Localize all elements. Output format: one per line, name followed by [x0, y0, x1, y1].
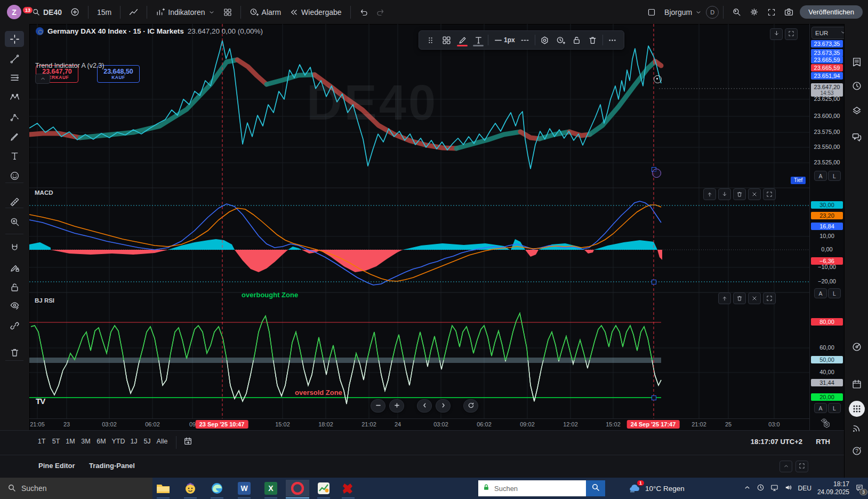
zoom-in-button[interactable]	[389, 399, 404, 413]
move-pane-up-button[interactable]	[703, 188, 716, 200]
taskbar-app-edge[interactable]	[205, 480, 229, 497]
indicator-templates-button[interactable]	[219, 4, 236, 21]
sidebar-help-icon[interactable]: ?	[849, 443, 865, 459]
settings-button[interactable]	[745, 4, 763, 21]
tool-pencillock[interactable]	[5, 259, 24, 275]
auto-scale-button-macd[interactable]: A	[814, 288, 827, 298]
zoom-out-button[interactable]	[371, 399, 385, 413]
taskbar-clock[interactable]: 18:17 24.09.2025	[817, 480, 849, 496]
tool-forecast[interactable]	[5, 109, 24, 125]
range-alle[interactable]: Alle	[157, 438, 168, 445]
maximize-pane-button[interactable]	[763, 292, 776, 304]
collapse-legend-button[interactable]	[35, 74, 50, 84]
chart-area[interactable]: DE40 Germany DAX 40 Index · 15 · IC Mark…	[29, 24, 809, 418]
tool-lockopen[interactable]	[5, 279, 24, 295]
tool-magnet[interactable]	[5, 240, 24, 256]
macd-pane-label[interactable]: MACD	[35, 189, 53, 196]
magic-ai-icon[interactable]	[652, 169, 661, 178]
line-style-icon[interactable]	[517, 33, 533, 47]
close-pane-button[interactable]	[748, 188, 761, 200]
axis-settings-icon[interactable]	[823, 421, 831, 430]
indicator-legend[interactable]: Trend Indicator A (v2.3)	[35, 62, 104, 69]
taskbar-app-chart-app[interactable]	[312, 480, 335, 497]
taskbar-search-box[interactable]: Suchen	[0, 478, 152, 499]
range-1t[interactable]: 1T	[38, 438, 46, 445]
quick-search-button[interactable]	[728, 4, 745, 21]
auto-scale-button-rsi[interactable]: A	[814, 403, 827, 413]
range-3m[interactable]: 3M	[81, 438, 90, 445]
tab-trading-panel[interactable]: Trading-Panel	[89, 462, 135, 470]
range-6m[interactable]: 6M	[97, 438, 106, 445]
log-scale-button-main[interactable]: L	[828, 171, 841, 181]
layout-name-button[interactable]: Bjorgum	[660, 4, 706, 21]
expand-panel-button[interactable]	[779, 461, 792, 472]
draw-pencil-icon[interactable]	[454, 33, 470, 47]
tool-pattern[interactable]	[5, 89, 24, 105]
account-avatar[interactable]: Z 13	[7, 5, 21, 19]
tool-link[interactable]	[5, 318, 24, 334]
line-width-icon[interactable]	[490, 33, 506, 47]
close-pane-button[interactable]	[748, 292, 761, 304]
range-5t[interactable]: 5T	[52, 438, 60, 445]
taskbar-weather[interactable]: 1 10°C Regen	[628, 478, 685, 499]
sidebar-clock-icon[interactable]	[849, 78, 865, 94]
drag-handle[interactable]	[422, 33, 438, 47]
taskbar-app-excel[interactable]: X	[259, 480, 283, 497]
sidebar-watchlist-icon[interactable]	[849, 54, 865, 70]
secondary-search-bar[interactable]: Suchen	[478, 480, 605, 496]
style-settings-icon[interactable]	[537, 33, 553, 47]
text-tool-icon[interactable]	[470, 33, 486, 47]
move-pane-up-button[interactable]	[718, 292, 731, 304]
sidebar-chat-icon[interactable]	[849, 129, 865, 145]
symbol-header[interactable]: Germany DAX 40 Index · 15 · IC Markets 2…	[36, 27, 263, 35]
alert-button[interactable]: Alarm	[245, 4, 286, 21]
clock[interactable]: 18:17:07 UTC+2	[751, 438, 802, 446]
avatar[interactable]: Z	[7, 5, 21, 19]
interval-button[interactable]: 15m	[93, 4, 116, 21]
tray-expand-icon[interactable]	[744, 484, 751, 493]
range-ytd[interactable]: YTD	[112, 438, 125, 445]
tool-brush[interactable]	[5, 129, 24, 145]
taskbar-app-tv-red-app[interactable]	[336, 480, 360, 497]
tray-clock-icon[interactable]	[757, 484, 765, 493]
redo-button[interactable]	[372, 4, 389, 21]
auto-scale-button-main[interactable]: A	[814, 171, 827, 181]
tool-zoomin[interactable]	[5, 213, 24, 229]
price-scale[interactable]: EUR 23.673,3523.673,3523.665,5923.665,59…	[809, 24, 845, 430]
tool-crosshair[interactable]	[5, 31, 24, 47]
floating-drawing-toolbar[interactable]: 1px	[419, 30, 624, 50]
range-1j[interactable]: 1J	[130, 438, 137, 445]
lock-icon[interactable]	[569, 33, 585, 47]
templates-icon[interactable]	[438, 33, 454, 47]
range-1m[interactable]: 1M	[66, 438, 75, 445]
fullscreen-button[interactable]	[763, 4, 780, 21]
scroll-down-button[interactable]	[770, 28, 783, 40]
tab-pine-editor[interactable]: Pine Editor	[38, 462, 75, 470]
taskbar-app-emoji-app[interactable]	[179, 480, 202, 497]
volume-icon[interactable]	[784, 484, 792, 493]
move-pane-down-button[interactable]	[718, 188, 731, 200]
delete-pane-button[interactable]	[733, 292, 746, 304]
more-icon[interactable]	[605, 33, 621, 47]
delete-pane-button[interactable]	[733, 188, 746, 200]
taskbar-app-opera[interactable]	[286, 480, 309, 497]
network-icon[interactable]	[770, 484, 778, 493]
layout-select-button[interactable]	[643, 4, 660, 21]
taskbar-app-word[interactable]: W	[232, 480, 256, 497]
taskbar-app-explorer[interactable]	[151, 480, 175, 497]
undo-button[interactable]	[355, 4, 372, 21]
maximize-pane-button[interactable]	[763, 188, 776, 200]
tool-eyepencil[interactable]	[5, 297, 24, 313]
sidebar-layers-icon[interactable]	[849, 102, 865, 118]
publish-button[interactable]: Veröffentlichen	[800, 5, 863, 19]
rsi-pane-label[interactable]: BJ RSI	[35, 297, 54, 304]
keyboard-language[interactable]: DEU	[798, 485, 811, 492]
reset-chart-button[interactable]	[463, 399, 478, 413]
maximize-pane-button[interactable]	[785, 28, 798, 40]
chart-type-button[interactable]	[125, 4, 142, 21]
drawing-anchor-handle[interactable]	[652, 280, 656, 284]
sidebar-calendar-icon[interactable]	[849, 376, 865, 392]
go-to-date-button[interactable]	[183, 437, 192, 448]
sidebar-apps-icon[interactable]	[849, 401, 865, 417]
action-center-button[interactable]: 3	[855, 484, 864, 494]
